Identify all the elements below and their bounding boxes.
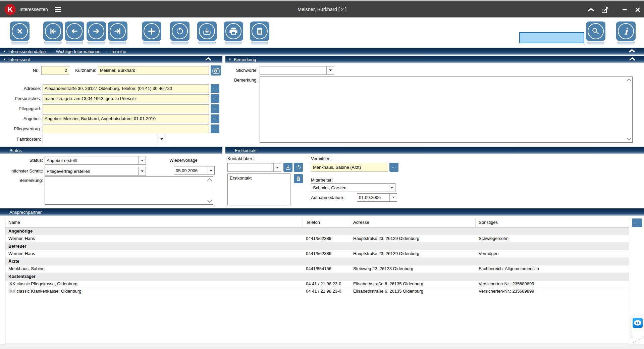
status-section-title: Status [9, 148, 22, 153]
tab-termine[interactable]: Termine [111, 49, 126, 54]
maximize-icon[interactable] [600, 5, 610, 14]
trash-icon [296, 176, 301, 182]
table-row[interactable]: IKK classic Krankenkasse, Oldenburg04 41… [5, 288, 629, 295]
print-button[interactable] [224, 21, 243, 41]
table-cell: 0441/562389 [303, 250, 350, 257]
chevron-down-icon[interactable] [326, 66, 334, 74]
expand-triangle-icon: ▼ [3, 50, 6, 53]
chevron-down-icon[interactable] [138, 167, 146, 175]
last-record-button[interactable] [108, 21, 127, 41]
collapse-tabs-icon[interactable] [629, 49, 635, 54]
expand-triangle-icon: ▼ [228, 58, 231, 61]
kontakt-undo-button[interactable] [294, 163, 303, 172]
bemerkung-textarea[interactable] [260, 77, 633, 143]
search-input[interactable] [520, 33, 584, 43]
quick-search-field[interactable] [519, 32, 584, 43]
vermittler-more-button[interactable]: ... [389, 163, 398, 172]
wiedervorlage-date-dropdown[interactable]: 05.09.2006 [174, 166, 215, 175]
table-cell: Versicherten-Nr.: 235689899 [476, 281, 629, 288]
tab-bar: ▼ Interessentendaten · Wichtige Informat… [0, 48, 644, 55]
close-record-button[interactable] [10, 21, 30, 41]
vermittler-field[interactable]: Menkhaus, Sabine (Arzt) [311, 163, 388, 172]
column-header-name[interactable]: Name [5, 218, 303, 227]
column-header-adresse[interactable]: Adresse [350, 218, 476, 227]
remote-support-icon[interactable]: ↔ [633, 318, 643, 328]
kontakt-ueber-label: Kontakt über: [227, 156, 253, 162]
kontakt-save-button[interactable] [283, 163, 292, 172]
pflegevertrag-field[interactable] [43, 124, 209, 133]
chevron-down-icon[interactable] [388, 184, 395, 192]
status-dropdown[interactable]: Angebot erstellt [45, 156, 146, 165]
column-header-telefon[interactable]: Telefon [303, 218, 350, 227]
info-button[interactable]: i [616, 21, 636, 41]
hamburger-menu-icon[interactable] [55, 7, 61, 12]
next-record-button[interactable] [87, 21, 106, 41]
status-label: Status: [0, 156, 43, 165]
first-record-button[interactable] [43, 21, 63, 41]
minimize-icon[interactable] [620, 5, 630, 14]
kurzname-field[interactable]: Meisner, Burkhard [98, 66, 209, 75]
fahrtkosten-label: Fahrtkosten: [0, 135, 41, 143]
save-button[interactable] [197, 21, 217, 41]
remote-support-flyout[interactable]: ↔ [631, 316, 644, 338]
table-row[interactable]: Werner, Hans0441/562389Hauptstraße 23, 2… [5, 235, 629, 243]
ansprechpartner-more-button[interactable]: ... [632, 218, 642, 227]
adresse-field[interactable]: Alexanderstraße 30, 26127 Oldenburg, Tel… [43, 84, 209, 93]
delete-button[interactable] [250, 21, 269, 41]
pflegevertrag-more-button[interactable]: ... [211, 124, 219, 133]
stichworte-dropdown[interactable] [260, 66, 334, 74]
kontakt-ueber-dropdown[interactable] [227, 163, 281, 172]
column-header-sonstiges[interactable]: Sonstiges [476, 218, 629, 227]
table-group-row: Kostenträger [5, 273, 629, 281]
fahrtkosten-dropdown[interactable] [43, 135, 165, 143]
angebot-field[interactable]: Angebot: Meisner, Burkhard, Angebotsdatu… [43, 114, 209, 123]
next-step-dropdown[interactable]: Pflegevertrag erstellen [45, 167, 146, 176]
kontakt-list[interactable]: Erstkontakt [227, 173, 290, 205]
chevron-down-icon[interactable] [273, 163, 281, 171]
mitarbeiter-dropdown[interactable]: Schmidt, Carsten [311, 183, 395, 192]
next-step-label: nächster Schritt: [0, 167, 43, 176]
table-cell: Versicherten-Nr.: 235689899 [476, 288, 629, 295]
kontakt-delete-button[interactable] [294, 174, 303, 183]
persoenliches-field[interactable]: männlich, geb. am 13.04.1942, geb. in Pr… [43, 94, 209, 103]
collapse-interessent-icon[interactable] [205, 57, 212, 62]
status-bemerkung-textarea[interactable] [45, 176, 213, 205]
chevron-down-icon[interactable] [158, 135, 165, 143]
table-group-row: Betreuer [5, 243, 629, 250]
table-row[interactable]: Menkhaus, Sabine0441/854156Steinweg 22, … [5, 265, 629, 273]
scroll-down-icon[interactable] [207, 198, 212, 203]
erstkontakt-section-title: Erstkontakt [235, 148, 257, 153]
pflegegrad-more-button[interactable]: ... [211, 104, 219, 113]
undo-icon [296, 164, 302, 170]
scroll-up-icon[interactable] [627, 79, 631, 83]
angebot-label: Angebot: [0, 114, 41, 123]
chevron-down-icon[interactable] [389, 194, 397, 201]
previous-record-button[interactable] [65, 21, 84, 41]
tab-interessentendaten[interactable]: Interessentendaten [8, 49, 46, 54]
chevron-down-icon[interactable] [207, 166, 214, 174]
undo-button[interactable] [170, 21, 190, 41]
photo-camera-button[interactable] [211, 65, 221, 76]
table-row[interactable]: IKK classic Pflegekasse, Oldenburg04 41 … [5, 281, 629, 288]
close-window-icon[interactable] [633, 5, 643, 14]
vermittler-label: Vermittler: [311, 156, 331, 162]
search-button[interactable] [586, 21, 605, 41]
scroll-down-icon[interactable] [627, 136, 631, 141]
tab-wichtige-informationen[interactable]: Wichtige Informationen [56, 49, 101, 54]
persoenliches-more-button[interactable]: ... [211, 94, 219, 103]
save-icon [285, 164, 291, 170]
pflegegrad-field[interactable] [43, 104, 209, 113]
collapse-window-icon[interactable] [586, 5, 596, 14]
adresse-more-button[interactable]: ... [211, 84, 219, 93]
angebot-more-button[interactable]: ... [211, 114, 219, 123]
collapse-bemerkung-icon[interactable] [629, 57, 636, 62]
table-group-row: Ärzte [5, 258, 629, 265]
chevron-down-icon[interactable] [138, 156, 146, 164]
aufnahmedatum-dropdown[interactable]: 01.09.2006 [357, 193, 397, 202]
table-row[interactable]: Werner, Hans0441/562389Hauptstraße 23, 2… [5, 250, 629, 258]
mitarbeiter-label: Mitarbeiter: [311, 177, 333, 183]
list-item[interactable]: Erstkontakt [228, 174, 290, 183]
add-record-button[interactable] [142, 21, 161, 41]
scroll-up-icon[interactable] [207, 178, 212, 183]
bemerkung-section-title: Bemerkung [234, 57, 256, 62]
